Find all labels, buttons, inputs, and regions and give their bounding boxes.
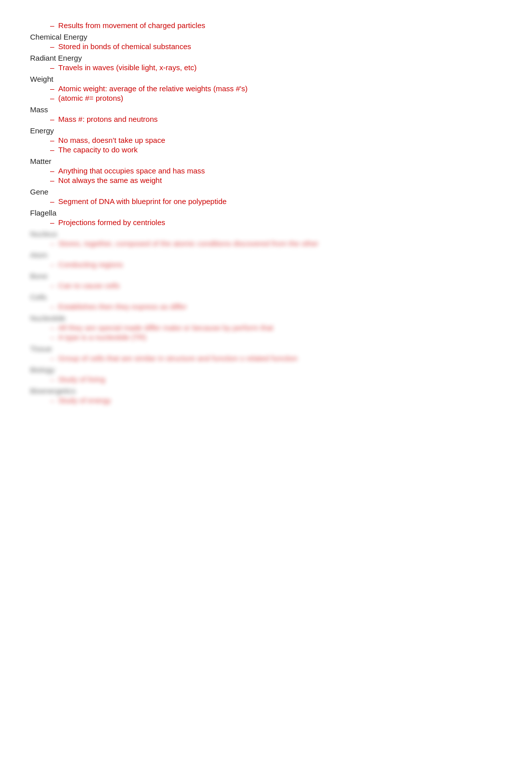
dash-icon: – (50, 260, 54, 269)
dash-icon: – (50, 42, 54, 51)
sub-item-weight-0: –Atomic weight: average of the relative … (50, 84, 502, 93)
sub-item-text: No mass, doesn’t take up space (58, 136, 165, 144)
section-mass: Mass–Mass #: protons and neutrons (30, 105, 502, 123)
dash-icon: – (50, 145, 54, 154)
sub-item-text: Group of cells that are similar in struc… (58, 354, 298, 362)
sub-item-weight-1: –(atomic #= protons) (50, 94, 502, 102)
sub-item-blurred1-0: –Stores, together, composed of the atomi… (50, 239, 502, 248)
term-blurred7: Biology (30, 365, 502, 374)
section-blurred1: Nucleus–Stores, together, composed of th… (30, 230, 502, 248)
sub-item-blurred5-0: –All they are special made differ make o… (50, 323, 502, 332)
sub-item-blurred5-1: –A type is a nucleotide (TR) (50, 333, 502, 341)
sub-item-energy-0: –No mass, doesn’t take up space (50, 136, 502, 144)
sub-item-text: Can to cause cells (58, 281, 120, 290)
sub-item-text: All they are special made differ make or… (58, 323, 273, 332)
term-weight: Weight (30, 75, 502, 83)
term-flagella: Flagella (30, 209, 502, 217)
term-blurred2: Atom (30, 251, 502, 259)
sub-item-blurred3-0: –Can to cause cells (50, 281, 502, 290)
sub-item-text: Projections formed by centrioles (58, 218, 165, 227)
sub-item-text: Establishes then they express as differ (58, 302, 187, 311)
sub-item-radiant-energy-0: –Travels in waves (visible light, x-rays… (50, 63, 502, 72)
section-blurred6: Tissue–Group of cells that are similar i… (30, 344, 502, 362)
sub-item-text: Atomic weight: average of the relative w… (58, 84, 247, 93)
dash-icon: – (50, 115, 54, 123)
sub-item-mass-0: –Mass #: protons and neutrons (50, 115, 502, 123)
section-blurred7: Biology–Study of living (30, 365, 502, 383)
section-electrical-energy: –Results from movement of charged partic… (30, 21, 502, 30)
sub-item-text: Not always the same as weight (58, 176, 162, 184)
section-weight: Weight–Atomic weight: average of the rel… (30, 75, 502, 102)
sub-item-text: Conducting regions (58, 260, 123, 269)
sub-item-text: Anything that occupies space and has mas… (58, 166, 205, 175)
dash-icon: – (50, 84, 54, 93)
sub-item-blurred4-0: –Establishes then they express as differ (50, 302, 502, 311)
dash-icon: – (50, 21, 54, 30)
term-radiant-energy: Radiant Energy (30, 54, 502, 62)
section-chemical-energy: Chemical Energy–Stored in bonds of chemi… (30, 33, 502, 51)
section-gene: Gene–Segment of DNA with blueprint for o… (30, 187, 502, 206)
sub-item-blurred7-0: –Study of living (50, 375, 502, 383)
term-mass: Mass (30, 105, 502, 114)
dash-icon: – (50, 354, 54, 362)
term-gene: Gene (30, 187, 502, 196)
sub-item-text: Study of energy (58, 396, 111, 405)
section-blurred8: Bioenergetics–Study of energy (30, 386, 502, 405)
dash-icon: – (50, 176, 54, 184)
term-blurred8: Bioenergetics (30, 386, 502, 395)
sub-item-blurred6-0: –Group of cells that are similar in stru… (50, 354, 502, 362)
dash-icon: – (50, 136, 54, 144)
sub-item-chemical-energy-0: –Stored in bonds of chemical substances (50, 42, 502, 51)
sub-item-matter-0: –Anything that occupies space and has ma… (50, 166, 502, 175)
term-blurred6: Tissue (30, 344, 502, 353)
outline-container: –Results from movement of charged partic… (30, 21, 502, 405)
sub-item-energy-1: –The capacity to do work (50, 145, 502, 154)
dash-icon: – (50, 239, 54, 248)
sub-item-text: A type is a nucleotide (TR) (58, 333, 146, 341)
sub-item-blurred2-0: –Conducting regions (50, 260, 502, 269)
dash-icon: – (50, 63, 54, 72)
dash-icon: – (50, 396, 54, 405)
sub-item-matter-1: –Not always the same as weight (50, 176, 502, 184)
term-blurred3: Bone (30, 272, 502, 280)
sub-item-electrical-energy-0: –Results from movement of charged partic… (50, 21, 502, 30)
sub-item-text: Stored in bonds of chemical substances (58, 42, 191, 51)
section-matter: Matter–Anything that occupies space and … (30, 157, 502, 184)
term-matter: Matter (30, 157, 502, 165)
dash-icon: – (50, 375, 54, 383)
sub-item-text: Travels in waves (visible light, x-rays,… (58, 63, 196, 72)
dash-icon: – (50, 323, 54, 332)
sub-item-flagella-0: –Projections formed by centrioles (50, 218, 502, 227)
sub-item-text: The capacity to do work (58, 145, 137, 154)
dash-icon: – (50, 166, 54, 175)
sub-item-text: Stores, together, composed of the atomic… (58, 239, 318, 248)
dash-icon: – (50, 197, 54, 206)
term-energy: Energy (30, 126, 502, 135)
dash-icon: – (50, 333, 54, 341)
term-chemical-energy: Chemical Energy (30, 33, 502, 41)
dash-icon: – (50, 94, 54, 102)
term-blurred4: Cells (30, 293, 502, 301)
sub-item-text: Mass #: protons and neutrons (58, 115, 157, 123)
section-flagella: Flagella–Projections formed by centriole… (30, 209, 502, 227)
section-blurred5: Nucleotide–All they are special made dif… (30, 314, 502, 341)
dash-icon: – (50, 218, 54, 227)
section-blurred2: Atom–Conducting regions (30, 251, 502, 269)
section-radiant-energy: Radiant Energy–Travels in waves (visible… (30, 54, 502, 72)
sub-item-text: Results from movement of charged particl… (58, 21, 205, 30)
dash-icon: – (50, 302, 54, 311)
sub-item-text: (atomic #= protons) (58, 94, 123, 102)
section-energy: Energy–No mass, doesn’t take up space–Th… (30, 126, 502, 154)
section-blurred4: Cells–Establishes then they express as d… (30, 293, 502, 311)
dash-icon: – (50, 281, 54, 290)
sub-item-text: Segment of DNA with blueprint for one po… (58, 197, 226, 206)
section-blurred3: Bone–Can to cause cells (30, 272, 502, 290)
term-blurred5: Nucleotide (30, 314, 502, 322)
sub-item-text: Study of living (58, 375, 105, 383)
term-blurred1: Nucleus (30, 230, 502, 238)
sub-item-blurred8-0: –Study of energy (50, 396, 502, 405)
sub-item-gene-0: –Segment of DNA with blueprint for one p… (50, 197, 502, 206)
